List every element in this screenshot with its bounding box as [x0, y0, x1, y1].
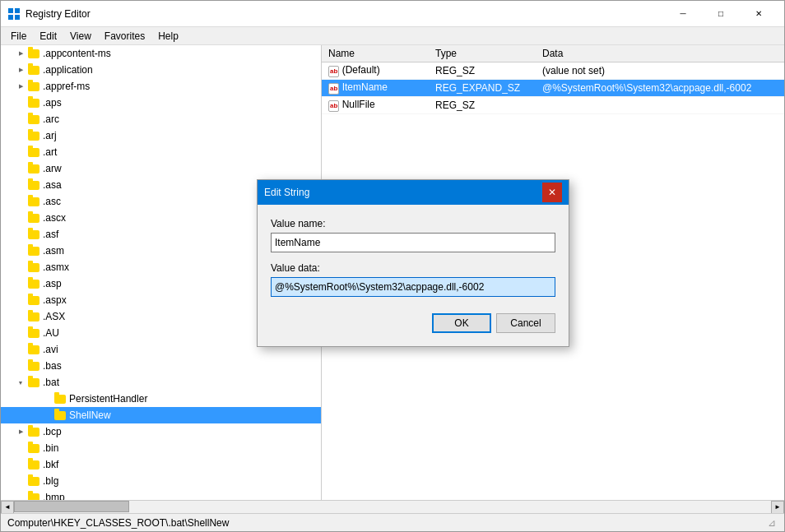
edit-string-dialog: Edit String ✕ Value name: Value data: OK…	[257, 179, 569, 347]
ok-button[interactable]: OK	[432, 313, 491, 333]
maximize-button[interactable]: □	[702, 1, 740, 27]
menu-view[interactable]: View	[63, 29, 98, 44]
resize-grip-icon: ⊿	[766, 517, 778, 529]
minimize-button[interactable]: ─	[664, 1, 702, 27]
title-bar: Registry Editor ─ □ ✕	[1, 1, 784, 27]
dialog-buttons: OK Cancel	[271, 313, 555, 333]
menu-edit[interactable]: Edit	[33, 29, 63, 44]
menu-help[interactable]: Help	[151, 29, 185, 44]
dialog-close-button[interactable]: ✕	[542, 183, 562, 202]
close-button[interactable]: ✕	[740, 1, 778, 27]
svg-rect-1	[15, 8, 20, 13]
value-data-input[interactable]	[271, 277, 555, 297]
dialog-title-bar: Edit String ✕	[258, 180, 569, 205]
dialog-title: Edit String	[264, 187, 542, 198]
status-bar: Computer\HKEY_CLASSES_ROOT\.bat\ShellNew…	[1, 513, 784, 531]
cancel-button[interactable]: Cancel	[496, 313, 555, 333]
svg-rect-3	[15, 15, 20, 20]
status-path: Computer\HKEY_CLASSES_ROOT\.bat\ShellNew	[7, 517, 229, 529]
title-bar-controls: ─ □ ✕	[664, 1, 778, 27]
registry-editor-window: Registry Editor ─ □ ✕ File Edit View Fav…	[0, 0, 785, 532]
title-bar-text: Registry Editor	[26, 8, 664, 20]
menu-favorites[interactable]: Favorites	[98, 29, 151, 44]
app-icon	[7, 7, 21, 21]
dialog-body: Value name: Value data: OK Cancel	[258, 205, 569, 346]
menu-file[interactable]: File	[4, 29, 33, 44]
svg-rect-0	[8, 8, 13, 13]
menu-bar: File Edit View Favorites Help	[1, 27, 784, 45]
modal-overlay: Edit String ✕ Value name: Value data: OK…	[1, 45, 784, 513]
value-data-label: Value data:	[271, 262, 555, 274]
content-wrapper: .appcontent-ms .application .appref-ms .…	[1, 45, 784, 513]
svg-rect-2	[8, 15, 13, 20]
value-name-label: Value name:	[271, 218, 555, 229]
value-name-input[interactable]	[271, 233, 555, 252]
